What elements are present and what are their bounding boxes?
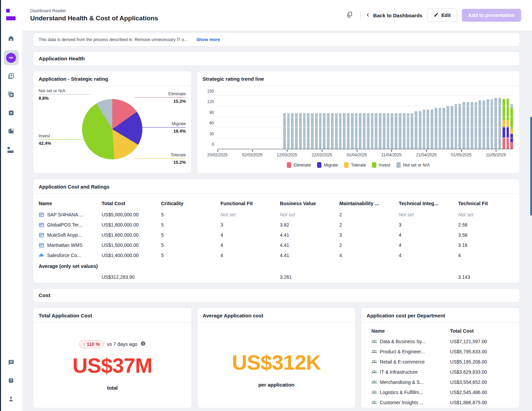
trend-bar[interactable] — [295, 113, 298, 149]
trend-bar[interactable] — [287, 113, 290, 149]
trend-bar[interactable] — [439, 108, 441, 149]
table-row: Salesforce Co...US$1,400,000.00544.41444 — [39, 250, 514, 260]
application-name-link[interactable]: Salesforce Co... — [39, 253, 102, 258]
edit-button[interactable]: Edit — [427, 8, 457, 22]
trend-bar[interactable] — [423, 110, 426, 149]
department-name-link[interactable]: Data & Business Sy... — [371, 339, 450, 345]
vertical-scrollbar-thumb[interactable] — [530, 117, 532, 215]
application-cost-ratings-card: Application Cost and Ratings NameTotal C… — [33, 179, 520, 283]
application-icon — [39, 212, 44, 218]
department-name-link[interactable]: Merchandising & S... — [371, 379, 450, 385]
trend-bar[interactable] — [303, 113, 306, 149]
trend-bar[interactable] — [307, 113, 310, 149]
sidebar-item-dashboards[interactable] — [4, 50, 19, 65]
sidebar-item-library[interactable] — [4, 125, 18, 138]
trend-bar[interactable] — [403, 113, 406, 149]
department-name-link[interactable]: IT & Infrastructure — [371, 369, 450, 375]
sidebar-item-feedback[interactable] — [4, 356, 18, 370]
trend-bar[interactable] — [327, 113, 330, 149]
trend-bar[interactable] — [471, 102, 473, 149]
department-name-link[interactable]: Customer Insights ... — [371, 400, 450, 406]
trend-bar[interactable] — [299, 113, 302, 149]
trend-bar[interactable] — [383, 113, 386, 149]
trend-bar[interactable] — [462, 102, 465, 149]
trend-bar[interactable] — [371, 113, 374, 149]
trend-bar[interactable] — [311, 113, 314, 149]
trend-bar[interactable] — [343, 113, 346, 149]
trend-bar[interactable] — [315, 113, 318, 149]
trend-bar[interactable] — [419, 111, 421, 149]
trend-bar[interactable] — [510, 104, 513, 149]
trend-bar[interactable] — [335, 113, 338, 149]
trend-bar[interactable] — [491, 99, 493, 149]
trend-bar[interactable] — [487, 99, 489, 149]
trend-bar[interactable] — [363, 113, 366, 149]
trend-bar[interactable] — [355, 113, 358, 149]
trend-bar[interactable] — [442, 108, 445, 149]
department-name-link[interactable]: Product & Engineer... — [371, 349, 450, 355]
sidebar-item-profile[interactable] — [4, 393, 18, 406]
application-name-link[interactable]: SAP S/4HANA ... — [39, 212, 102, 218]
trend-bar[interactable] — [359, 113, 361, 149]
sidebar-item-reports[interactable] — [4, 70, 18, 83]
trend-bar[interactable] — [375, 113, 377, 149]
trend-bar[interactable] — [407, 113, 410, 149]
trend-bar[interactable] — [503, 99, 505, 149]
trend-bar[interactable] — [291, 113, 294, 149]
trend-bar[interactable] — [379, 113, 381, 149]
application-name-link[interactable]: Manhattan WMS — [39, 242, 102, 248]
trend-bar[interactable] — [427, 110, 429, 149]
trend-bar[interactable] — [351, 113, 354, 149]
copy-dashboard-button[interactable] — [344, 9, 355, 21]
trend-bar[interactable] — [395, 113, 397, 149]
application-name-link[interactable]: MuleSoft Anyp... — [39, 232, 102, 238]
arrow-up-icon: ↑ — [83, 341, 85, 347]
legend-item[interactable]: Eliminate — [287, 162, 311, 168]
trend-bar[interactable] — [431, 110, 433, 149]
add-to-presentation-button[interactable]: Add to presentation — [462, 9, 521, 22]
brand-logo-bar — [6, 16, 16, 20]
trend-bars — [283, 96, 513, 149]
trend-bar[interactable] — [475, 102, 477, 149]
topbar: Dashboard Reader Understand Health & Cos… — [22, 0, 532, 31]
trend-bar[interactable] — [411, 113, 413, 149]
sidebar-item-help[interactable]: ? — [4, 374, 18, 388]
trend-bar[interactable] — [283, 113, 286, 149]
department-name-link[interactable]: Retail & E-commerce — [371, 359, 450, 365]
brand-logo[interactable] — [6, 9, 16, 20]
trend-bar[interactable] — [455, 104, 457, 149]
trend-bar[interactable] — [391, 113, 393, 149]
table-row: SAP S/4HANA ...US$5,000,000.005Not setNo… — [39, 210, 514, 220]
info-icon[interactable] — [140, 341, 146, 348]
trend-bar[interactable] — [399, 113, 401, 149]
sidebar-item-presentations[interactable] — [4, 106, 18, 120]
sidebar-item-diagrams[interactable] — [4, 88, 18, 102]
trend-bar[interactable] — [323, 113, 326, 149]
trend-bar[interactable] — [415, 111, 417, 149]
application-name-link[interactable]: GlobalPOS Ter... — [39, 222, 102, 228]
trend-bar[interactable] — [339, 113, 342, 149]
trend-bar[interactable] — [347, 113, 350, 149]
sidebar-item-home[interactable] — [4, 32, 18, 45]
trend-bar[interactable] — [435, 108, 437, 149]
sidebar-item-workspace[interactable] — [4, 143, 18, 157]
trend-bar[interactable] — [458, 104, 461, 149]
department-name-link[interactable]: Logistics & Fulfillm... — [371, 390, 450, 395]
trend-bar[interactable] — [467, 102, 469, 149]
trend-bar[interactable] — [482, 100, 485, 149]
back-to-dashboards-link[interactable]: Back to Dashboards — [365, 12, 422, 19]
trend-plot-area[interactable]: 0306090120150 — [217, 96, 513, 149]
department-cost: US$1,886,875.00 — [450, 400, 514, 405]
legend-item[interactable]: Not set or N/A — [396, 162, 430, 168]
strategic-rating-pie-chart[interactable] — [82, 99, 142, 159]
trend-bar[interactable] — [331, 113, 334, 149]
trend-bar[interactable] — [387, 113, 390, 149]
legend-item[interactable]: Tolerate — [344, 162, 366, 168]
legend-item[interactable]: Invest — [372, 162, 390, 168]
legend-item[interactable]: Migrate — [317, 162, 338, 168]
trend-bar[interactable] — [478, 100, 481, 149]
department-row: IT & InfrastructureUS$3,629,833.00 — [371, 367, 514, 377]
trend-bar[interactable] — [367, 113, 370, 149]
show-more-link[interactable]: Show more — [196, 37, 220, 42]
trend-bar[interactable] — [319, 113, 322, 149]
